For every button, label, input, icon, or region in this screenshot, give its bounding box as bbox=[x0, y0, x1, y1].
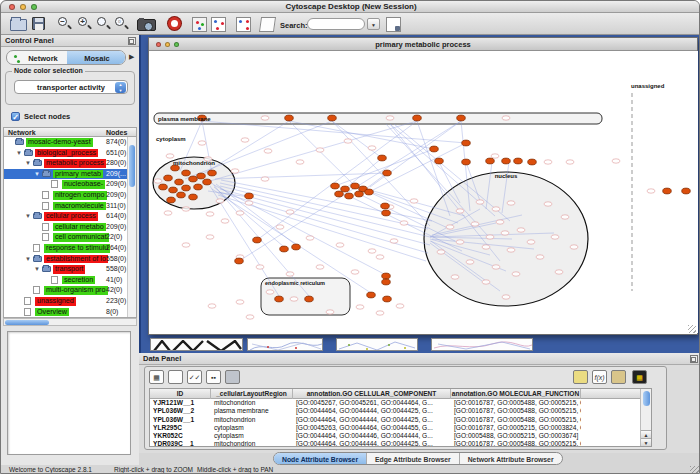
network-node[interactable] bbox=[528, 159, 537, 165]
tree-item[interactable]: ▼metabolic process280(0) bbox=[4, 158, 136, 169]
tree-item[interactable]: cell communicat22(0) bbox=[4, 232, 136, 243]
zoom-out-icon[interactable]: − bbox=[57, 16, 73, 32]
table-row[interactable]: YDR039C__1mitochondrion[GO:0044464, GO:0… bbox=[150, 440, 651, 447]
network-node[interactable] bbox=[383, 170, 392, 176]
view-close-button[interactable] bbox=[156, 42, 161, 47]
network-node[interactable] bbox=[305, 296, 314, 302]
table-row[interactable]: YPL036W__2plasma membrane[GO:0044464, GO… bbox=[150, 407, 651, 415]
tab-node-attribute-browser[interactable]: Node Attribute Browser bbox=[274, 453, 367, 465]
float-panel-icon[interactable] bbox=[690, 355, 698, 363]
select-nodes-checkbox[interactable]: ✓ bbox=[11, 112, 20, 121]
network-node[interactable] bbox=[292, 244, 301, 250]
network-node[interactable] bbox=[189, 194, 198, 200]
network-node[interactable] bbox=[514, 158, 523, 164]
tab-scroll-arrow[interactable]: ▶ bbox=[129, 53, 134, 61]
network-node[interactable] bbox=[345, 193, 354, 199]
scroll-up-arrow[interactable]: ▲ bbox=[641, 430, 651, 438]
tree-expander-icon[interactable]: ▼ bbox=[25, 254, 31, 265]
network-node[interactable] bbox=[365, 189, 374, 195]
network-node[interactable] bbox=[457, 115, 466, 121]
network-node[interactable] bbox=[383, 296, 392, 302]
network-edge[interactable] bbox=[417, 121, 450, 216]
table-column-header[interactable]: _cellularLayoutRegion bbox=[211, 389, 293, 399]
open-file-icon[interactable] bbox=[10, 19, 27, 31]
network-node[interactable] bbox=[367, 292, 376, 298]
network-node[interactable] bbox=[341, 186, 350, 192]
vizmapper-icon[interactable] bbox=[192, 17, 207, 32]
network-node[interactable] bbox=[203, 179, 212, 185]
network-edge[interactable] bbox=[335, 149, 434, 186]
network-node[interactable] bbox=[335, 191, 344, 197]
network-node[interactable] bbox=[177, 192, 186, 198]
network-node[interactable] bbox=[164, 175, 173, 181]
network-edge[interactable] bbox=[221, 180, 432, 221]
table-row[interactable]: YPL036W__1mitochondrion[GO:0044464, GO:0… bbox=[150, 416, 651, 424]
tree-item[interactable]: Overview8(0) bbox=[4, 307, 136, 318]
tree-item[interactable]: ▼primary metab209(... bbox=[4, 169, 136, 180]
view-resize-grip[interactable] bbox=[688, 325, 696, 333]
network-node[interactable] bbox=[245, 193, 254, 199]
table-row[interactable]: YLR295Ccytoplasm[GO:0045263, GO:0044464,… bbox=[150, 424, 651, 432]
tree-item[interactable]: ▼transport558(0) bbox=[4, 264, 136, 275]
tree-item[interactable]: mosaic-demo-yeast874(0) bbox=[4, 137, 136, 148]
network-node[interactable] bbox=[208, 170, 217, 176]
import-attributes-icon[interactable] bbox=[386, 17, 401, 32]
tree-vertical-scrollbar[interactable] bbox=[127, 137, 136, 317]
table-vertical-scrollbar[interactable]: ▲ ▼ bbox=[640, 389, 651, 446]
network-node[interactable] bbox=[175, 179, 184, 185]
network-node[interactable] bbox=[351, 183, 360, 189]
view-minimize-button[interactable] bbox=[165, 42, 170, 47]
network-node[interactable] bbox=[413, 115, 422, 121]
network-node[interactable] bbox=[382, 210, 391, 216]
table-column-header[interactable]: annotation.GO CELLULAR_COMPONENT bbox=[293, 389, 451, 399]
table-column-header[interactable]: annotation.GO MOLECULAR_FUNCTION bbox=[451, 389, 581, 399]
layout-network-icon-1[interactable] bbox=[211, 17, 226, 32]
tree-expander-icon[interactable]: ▼ bbox=[25, 158, 31, 169]
save-session-icon[interactable] bbox=[32, 17, 45, 30]
network-node[interactable] bbox=[378, 155, 387, 161]
tree-expander-icon[interactable]: ▼ bbox=[16, 148, 22, 159]
tree-item[interactable]: nucleobase-209(0) bbox=[4, 179, 136, 190]
network-window-titlebar[interactable]: primary metabolic process bbox=[149, 38, 697, 51]
tree-item[interactable]: nitrogen compo209(0) bbox=[4, 190, 136, 201]
tree-item[interactable]: multi-organism pro42(0) bbox=[4, 285, 136, 296]
network-node[interactable] bbox=[328, 115, 337, 121]
tree-item[interactable]: ▼biological_process651(0) bbox=[4, 148, 136, 159]
network-node[interactable] bbox=[430, 146, 439, 152]
network-node[interactable] bbox=[182, 170, 191, 176]
tree-item[interactable]: response to stimulu264(0) bbox=[4, 243, 136, 254]
annotation-icon[interactable] bbox=[259, 17, 276, 32]
notes-icon[interactable] bbox=[573, 370, 588, 384]
view-zoom-button[interactable] bbox=[174, 42, 179, 47]
snapshot-icon[interactable] bbox=[137, 19, 156, 31]
zoom-selected-icon[interactable] bbox=[96, 16, 112, 32]
network-edge[interactable] bbox=[257, 121, 417, 240]
row-options-icon[interactable]: ▪▪ bbox=[206, 370, 221, 384]
delete-attribute-icon[interactable] bbox=[225, 370, 240, 384]
network-node[interactable] bbox=[169, 187, 178, 193]
network-edge[interactable] bbox=[289, 121, 434, 149]
tab-network[interactable]: Network bbox=[7, 51, 67, 64]
tree-item[interactable]: ▼establishment of lo558(0) bbox=[4, 254, 136, 265]
tab-mosaic[interactable]: Mosaic bbox=[67, 51, 126, 64]
scroll-down-arrow[interactable]: ▼ bbox=[641, 438, 651, 446]
network-node[interactable] bbox=[194, 184, 203, 190]
help-icon[interactable] bbox=[168, 17, 181, 30]
network-node[interactable] bbox=[167, 197, 176, 203]
network-node[interactable] bbox=[462, 140, 471, 146]
birdseye-view[interactable] bbox=[7, 331, 131, 455]
node-color-select[interactable]: transporter activity ▲▼ bbox=[14, 80, 128, 94]
network-node[interactable] bbox=[682, 188, 691, 194]
select-attributes-icon[interactable]: ▦ bbox=[149, 370, 164, 384]
search-input[interactable] bbox=[307, 18, 365, 30]
network-node[interactable] bbox=[253, 237, 262, 243]
node-attribute-table[interactable]: ID_cellularLayoutRegionannotation.GO CEL… bbox=[149, 388, 652, 447]
background-window-fragment[interactable] bbox=[150, 338, 243, 351]
network-node[interactable] bbox=[382, 273, 391, 279]
network-node[interactable] bbox=[197, 173, 206, 179]
tree-expander-icon[interactable]: ▼ bbox=[25, 211, 31, 222]
zoom-fit-icon[interactable]: ▫ bbox=[114, 16, 130, 32]
network-node[interactable] bbox=[182, 185, 191, 191]
heatmap-icon[interactable]: ▦ bbox=[632, 370, 647, 384]
search-options-button[interactable]: ▼ bbox=[367, 18, 380, 30]
